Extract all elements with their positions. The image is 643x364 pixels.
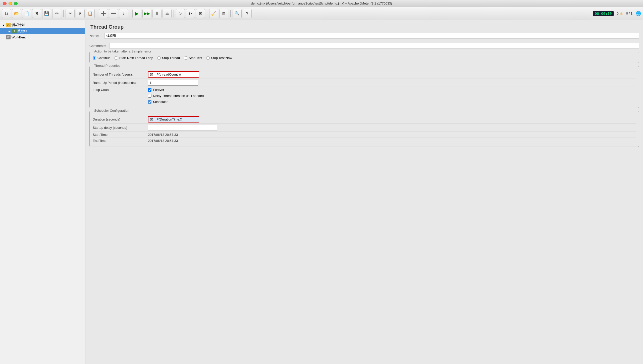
scheduler-config-section: Scheduler Configuration Duration (second… bbox=[89, 111, 639, 147]
clear-button[interactable]: 🧹 bbox=[209, 9, 218, 18]
clear-all-button[interactable]: 🗑 bbox=[219, 9, 228, 18]
radio-stop-test-label: Stop Test bbox=[189, 56, 202, 60]
close-button[interactable]: ✖ bbox=[32, 9, 41, 18]
comments-input[interactable] bbox=[110, 43, 639, 49]
remote-stop-all-button[interactable]: ⊠ bbox=[196, 9, 205, 18]
error-badge: 0 ⚠ bbox=[617, 11, 623, 16]
comments-row: Comments: bbox=[89, 43, 639, 49]
thread-properties-section: Thread Properties Number of Threads (use… bbox=[89, 66, 639, 108]
radio-stop-test[interactable]: Stop Test bbox=[184, 56, 202, 60]
open-button[interactable]: 📂 bbox=[12, 9, 21, 18]
stop-button[interactable]: ⏹ bbox=[152, 9, 162, 18]
workbench-label: WorkBench bbox=[12, 35, 28, 39]
duration-input[interactable] bbox=[148, 117, 199, 122]
arrow-icon: ▼ bbox=[2, 24, 5, 27]
expand-button[interactable]: ➕ bbox=[99, 9, 108, 18]
delay-creation-item[interactable]: Delay Thread creation until needed bbox=[148, 94, 204, 98]
scheduler-item[interactable]: Scheduler bbox=[148, 100, 168, 104]
thread-group-icon: T bbox=[12, 29, 17, 33]
remote-start-button[interactable]: ▷ bbox=[176, 9, 185, 18]
sidebar-item-test-plan[interactable]: ▼ ⚙ 测试计划 bbox=[0, 22, 85, 28]
collapse-button[interactable]: ➖ bbox=[109, 9, 118, 18]
save-run-button[interactable]: ✏ bbox=[52, 9, 61, 18]
panel-title: Thread Group bbox=[89, 24, 639, 30]
duration-label: Duration (seconds) bbox=[93, 117, 148, 121]
sidebar: ▼ ⚙ 测试计划 ▶ T 线程组 ▶ W WorkBench bbox=[0, 20, 85, 364]
duration-row: Duration (seconds) bbox=[93, 115, 636, 124]
toggle-tree-button[interactable]: ↕ bbox=[119, 9, 128, 18]
radio-group: Continue Start Next Thread Loop Stop Thr… bbox=[93, 56, 636, 60]
radio-stop-thread-input[interactable] bbox=[157, 56, 161, 60]
radio-continue[interactable]: Continue bbox=[93, 56, 111, 60]
thread-count-input[interactable] bbox=[148, 72, 199, 77]
forever-label: Forever bbox=[153, 88, 164, 92]
cut-button[interactable]: ✂ bbox=[66, 9, 75, 18]
title-bar: demo.jmx (/Users/veitch/performanceScrip… bbox=[0, 0, 643, 7]
thread-count-label: Number of Threads (users): bbox=[93, 73, 148, 76]
test-plan-label: 测试计划 bbox=[12, 23, 25, 27]
sidebar-item-workbench[interactable]: ▶ W WorkBench bbox=[0, 34, 85, 40]
search-button[interactable]: 🔍 bbox=[233, 9, 242, 18]
startup-delay-row: Startup delay (seconds) bbox=[93, 124, 636, 132]
paste-button[interactable]: 📋 bbox=[86, 9, 95, 18]
radio-start-next-loop-input[interactable] bbox=[115, 56, 118, 60]
forever-checkbox[interactable] bbox=[148, 88, 151, 92]
help-button[interactable]: ? bbox=[243, 9, 252, 18]
save-template-button[interactable]: 📄 bbox=[22, 9, 31, 18]
radio-stop-test-now-label: Stop Test Now bbox=[211, 56, 232, 60]
sampler-error-section: Action to be taken after a Sampler error… bbox=[89, 52, 639, 63]
run-no-pause-button[interactable]: ▶▶ bbox=[142, 9, 151, 18]
startup-delay-input[interactable] bbox=[148, 125, 217, 131]
scheduler-config-legend: Scheduler Configuration bbox=[93, 109, 131, 112]
thread-group-panel: Thread Group Name: Comments: Action to b… bbox=[89, 24, 639, 147]
radio-continue-input[interactable] bbox=[93, 56, 96, 60]
maximize-window-button[interactable] bbox=[14, 2, 18, 5]
radio-continue-label: Continue bbox=[97, 56, 111, 60]
radio-start-next-loop[interactable]: Start Next Thread Loop bbox=[115, 56, 153, 60]
workbench-icon: W bbox=[6, 35, 11, 39]
delay-creation-checkbox[interactable] bbox=[148, 94, 151, 98]
scheduler-config-content: Duration (seconds) Startup delay (second… bbox=[90, 111, 639, 147]
remote-start-all-button[interactable]: ⊳ bbox=[186, 9, 195, 18]
close-window-button[interactable] bbox=[3, 2, 7, 5]
new-button[interactable]: 🗋 bbox=[2, 9, 11, 18]
scheduler-checkbox[interactable] bbox=[148, 100, 151, 104]
warning-icon: ⚠ bbox=[620, 11, 623, 16]
progress-display: 0 / 1 bbox=[626, 12, 632, 15]
end-time-label: End Time bbox=[93, 139, 148, 143]
thread-count-row: Number of Threads (users): bbox=[93, 70, 636, 79]
radio-stop-test-now-input[interactable] bbox=[206, 56, 210, 60]
toolbar-right: 00:00:10 0 ⚠ 0 / 1 🌐 bbox=[593, 11, 641, 16]
sidebar-item-thread-group[interactable]: ▶ T 线程组 bbox=[0, 28, 85, 34]
save-button[interactable]: 💾 bbox=[42, 9, 51, 18]
thread-count-highlight bbox=[148, 71, 199, 78]
end-time-value: 2017/06/13 20:57:33 bbox=[148, 139, 178, 143]
radio-start-next-loop-label: Start Next Thread Loop bbox=[119, 56, 153, 60]
scheduler-row: Scheduler bbox=[93, 99, 636, 105]
thread-properties-legend: Thread Properties bbox=[93, 64, 122, 68]
minimize-window-button[interactable] bbox=[9, 2, 12, 5]
forever-checkbox-item[interactable]: Forever bbox=[148, 88, 164, 92]
error-count: 0 bbox=[617, 12, 618, 15]
globe-icon[interactable]: 🌐 bbox=[635, 11, 641, 16]
shutdown-button[interactable]: ⏏ bbox=[163, 9, 172, 18]
name-input[interactable] bbox=[104, 33, 639, 39]
separator-1 bbox=[63, 10, 64, 17]
ramp-up-label: Ramp-Up Period (in seconds): bbox=[93, 81, 148, 85]
radio-stop-test-now[interactable]: Stop Test Now bbox=[206, 56, 232, 60]
radio-stop-test-input[interactable] bbox=[184, 56, 187, 60]
start-time-row: Start Time 2017/06/13 20:57:33 bbox=[93, 132, 636, 138]
window-controls[interactable] bbox=[3, 2, 18, 5]
copy-button[interactable]: ⎘ bbox=[76, 9, 85, 18]
name-label: Name: bbox=[89, 34, 104, 38]
run-button[interactable]: ▶ bbox=[132, 9, 141, 18]
ramp-up-input[interactable] bbox=[148, 80, 198, 86]
radio-stop-thread[interactable]: Stop Thread bbox=[157, 56, 180, 60]
separator-6 bbox=[230, 10, 231, 17]
timer-display: 00:00:10 bbox=[593, 11, 614, 16]
sampler-error-legend: Action to be taken after a Sampler error bbox=[93, 49, 153, 53]
radio-stop-thread-label: Stop Thread bbox=[162, 56, 180, 60]
window-title: demo.jmx (/Users/veitch/performanceScrip… bbox=[251, 2, 392, 5]
delay-creation-label: Delay Thread creation until needed bbox=[153, 94, 204, 98]
loop-count-row: Loop Count: Forever bbox=[93, 87, 636, 93]
